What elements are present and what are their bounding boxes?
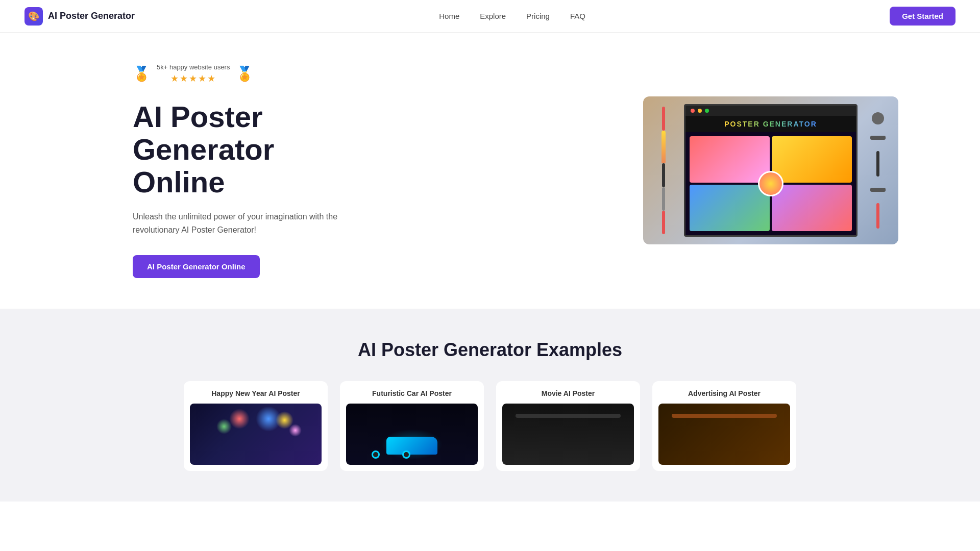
logo[interactable]: 🎨 AI Poster Generator (24, 7, 135, 26)
car-body (386, 437, 437, 455)
hero-image-container: POSTER GENERATOR (643, 96, 898, 244)
card-title-new-year: Happy New Year AI Poster (184, 381, 328, 404)
nav-faq[interactable]: FAQ (570, 12, 585, 20)
star-rating: ★★★★★ (157, 73, 230, 84)
art-center-circle (758, 171, 783, 196)
tool-pencil (662, 131, 666, 164)
poster-art (685, 132, 856, 235)
card-title-movie: Movie AI Poster (496, 381, 640, 404)
movie-bar (516, 414, 621, 418)
card-image-new-year (190, 404, 322, 465)
ad-bar (672, 414, 777, 418)
examples-title: AI Poster Generator Examples (24, 339, 955, 361)
art-block-3 (690, 185, 770, 231)
get-started-button[interactable]: Get Started (890, 7, 955, 26)
examples-grid: Happy New Year AI Poster Futuristic Car … (184, 381, 796, 471)
tool-dark2 (876, 151, 879, 177)
nav-pricing[interactable]: Pricing (526, 12, 550, 20)
dot-green (705, 109, 709, 113)
nav-links: Home Explore Pricing FAQ (439, 12, 585, 20)
car-wheel-2 (402, 450, 410, 459)
tools-right (857, 96, 898, 244)
hero-image: POSTER GENERATOR (643, 96, 898, 244)
dot-yellow (698, 109, 702, 113)
logo-text: AI Poster Generator (48, 11, 135, 21)
poster-frame: POSTER GENERATOR (684, 104, 857, 237)
hero-badge: 🏅 5k+ happy website users ★★★★★ 🏅 (133, 63, 378, 84)
hero-section: 🏅 5k+ happy website users ★★★★★ 🏅 AI Pos… (0, 33, 980, 309)
example-card-advertising[interactable]: Advertising AI Poster (652, 381, 796, 471)
poster-header (685, 106, 856, 116)
laurel-right-icon: 🏅 (236, 65, 254, 82)
tool-red3 (876, 203, 879, 229)
nav-home[interactable]: Home (439, 12, 459, 20)
tool-circle (872, 112, 884, 124)
tool-red (662, 107, 665, 130)
firework-5 (289, 424, 302, 437)
tool-red2 (662, 211, 665, 234)
laurel-left-icon: 🏅 (133, 65, 151, 82)
dot-red (691, 109, 695, 113)
hero-cta-button[interactable]: AI Poster Generator Online (133, 255, 260, 278)
card-title-advertising: Advertising AI Poster (652, 381, 796, 404)
firework-4 (216, 419, 232, 434)
tool-rect1 (870, 136, 886, 140)
example-card-new-year[interactable]: Happy New Year AI Poster (184, 381, 328, 471)
badge-text: 5k+ happy website users (157, 63, 230, 71)
hero-content: 🏅 5k+ happy website users ★★★★★ 🏅 AI Pos… (133, 63, 378, 278)
card-image-advertising (658, 404, 790, 465)
logo-icon: 🎨 (24, 7, 43, 26)
car-wheel-1 (372, 450, 380, 459)
example-card-movie[interactable]: Movie AI Poster (496, 381, 640, 471)
tool-dark (662, 163, 665, 187)
nav-explore[interactable]: Explore (480, 12, 506, 20)
art-block-2 (772, 136, 852, 183)
art-block-4 (772, 185, 852, 231)
tool-rect2 (870, 188, 886, 192)
poster-title-text: POSTER GENERATOR (685, 116, 856, 132)
card-image-movie (502, 404, 634, 465)
examples-section: AI Poster Generator Examples Happy New Y… (0, 309, 980, 502)
hero-description: Unleash the unlimited power of your imag… (133, 210, 378, 236)
tool-gray1 (662, 187, 665, 211)
card-title-car: Futuristic Car AI Poster (340, 381, 484, 404)
card-image-car (346, 404, 478, 465)
firework-1 (229, 409, 250, 429)
tools-left (643, 96, 684, 244)
example-card-car[interactable]: Futuristic Car AI Poster (340, 381, 484, 471)
navbar: 🎨 AI Poster Generator Home Explore Prici… (0, 0, 980, 33)
art-block-1 (690, 136, 770, 183)
hero-title: AI Poster Generator Online (133, 101, 378, 198)
